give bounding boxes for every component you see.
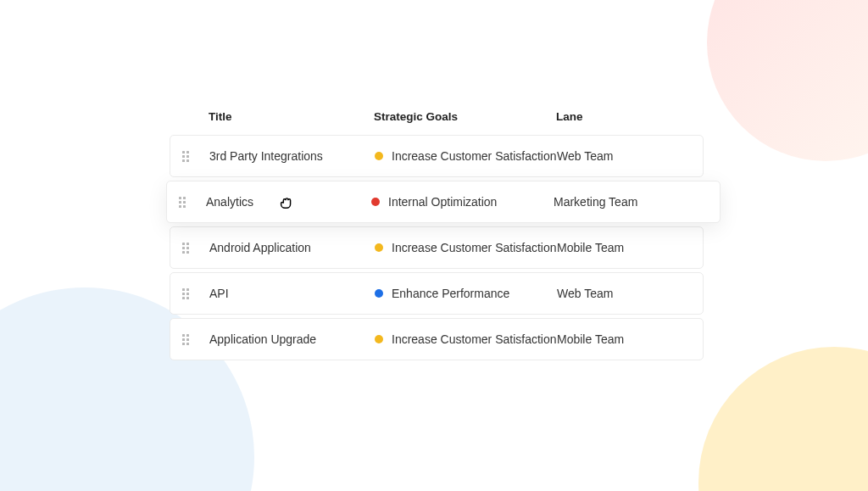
cell-title: Analytics xyxy=(206,195,371,209)
table-row[interactable]: API Enhance Performance Web Team xyxy=(170,272,704,315)
drag-handle-icon[interactable] xyxy=(182,243,196,254)
table-row[interactable]: Application Upgrade Increase Customer Sa… xyxy=(170,318,704,360)
goal-label: Internal Optimization xyxy=(388,195,497,209)
decorative-blob-bottom-right xyxy=(698,347,868,491)
goal-color-dot xyxy=(371,198,380,206)
cell-title: API xyxy=(209,287,375,300)
cell-title: Android Application xyxy=(209,241,375,254)
goal-label: Increase Customer Satisfaction xyxy=(392,241,557,254)
cell-title: 3rd Party Integrations xyxy=(209,149,375,163)
column-header-goals[interactable]: Strategic Goals xyxy=(374,110,556,123)
goal-color-dot xyxy=(375,243,383,252)
column-header-lane[interactable]: Lane xyxy=(556,110,692,123)
goal-label: Increase Customer Satisfaction xyxy=(392,332,557,346)
cell-lane: Marketing Team xyxy=(554,195,708,209)
goal-color-dot xyxy=(375,152,383,160)
drag-handle-icon[interactable] xyxy=(182,334,196,345)
cell-lane: Web Team xyxy=(557,287,691,300)
table-row[interactable]: 3rd Party Integrations Increase Customer… xyxy=(170,135,704,177)
cell-lane: Mobile Team xyxy=(557,241,691,254)
table-header-row: Title Strategic Goals Lane xyxy=(170,110,704,135)
table-row[interactable]: Analytics Internal Optimization Marketin… xyxy=(166,181,721,223)
table-row[interactable]: Android Application Increase Customer Sa… xyxy=(170,226,704,269)
goal-label: Enhance Performance xyxy=(392,287,509,300)
drag-handle-icon[interactable] xyxy=(179,197,192,208)
drag-handle-icon[interactable] xyxy=(182,288,196,299)
drag-handle-icon[interactable] xyxy=(182,151,196,162)
cell-lane: Web Team xyxy=(557,149,691,163)
goal-label: Increase Customer Satisfaction xyxy=(392,149,557,163)
goal-color-dot xyxy=(375,289,383,298)
data-table: Title Strategic Goals Lane 3rd Party Int… xyxy=(170,110,704,364)
cell-strategic-goal: Increase Customer Satisfaction xyxy=(375,332,557,346)
cell-strategic-goal: Internal Optimization xyxy=(371,195,554,209)
cell-strategic-goal: Increase Customer Satisfaction xyxy=(375,149,557,163)
column-header-title[interactable]: Title xyxy=(209,110,374,123)
cell-lane: Mobile Team xyxy=(557,332,691,346)
decorative-blob-top-right xyxy=(707,0,868,161)
cell-strategic-goal: Enhance Performance xyxy=(375,287,557,300)
cell-strategic-goal: Increase Customer Satisfaction xyxy=(375,241,557,254)
goal-color-dot xyxy=(375,335,383,343)
cell-title: Application Upgrade xyxy=(209,332,375,346)
